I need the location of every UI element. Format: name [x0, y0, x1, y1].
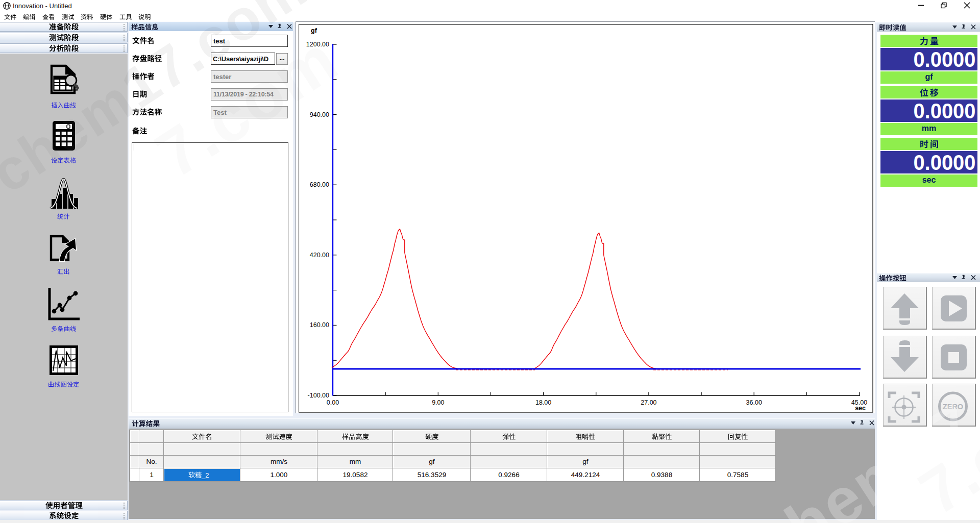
svg-text:36.00: 36.00	[746, 399, 762, 406]
svg-text:420.00: 420.00	[310, 252, 329, 259]
svg-text:ZERO: ZERO	[943, 403, 963, 411]
svg-text:27.00: 27.00	[641, 399, 656, 406]
svg-text:9.00: 9.00	[432, 399, 444, 406]
svg-text:1200.00: 1200.00	[306, 41, 329, 48]
svg-text:sec: sec	[855, 405, 866, 412]
svg-text:940.00: 940.00	[310, 111, 329, 118]
svg-text:0.00: 0.00	[327, 399, 339, 406]
svg-text:-100.00: -100.00	[308, 392, 329, 399]
svg-text:gf: gf	[311, 27, 317, 34]
svg-text:160.00: 160.00	[310, 321, 329, 329]
svg-text:680.00: 680.00	[310, 181, 329, 188]
svg-text:18.00: 18.00	[535, 399, 551, 406]
